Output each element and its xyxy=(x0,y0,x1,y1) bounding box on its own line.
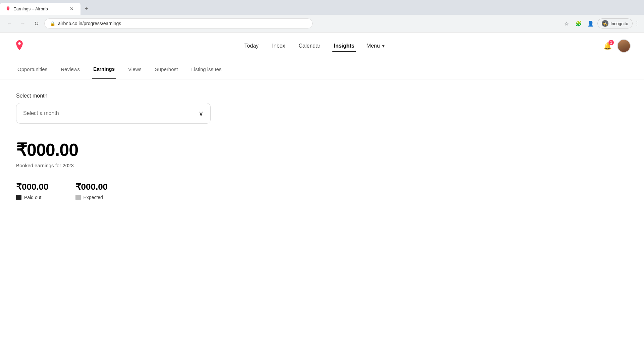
subnav-reviews[interactable]: Reviews xyxy=(59,59,81,79)
nav-calendar[interactable]: Calendar xyxy=(297,40,322,52)
select-month-section: Select month Select a month ∨ xyxy=(16,93,628,124)
airbnb-logo[interactable] xyxy=(13,39,25,53)
main-content: Select month Select a month ∨ ₹000.00 Bo… xyxy=(0,79,644,214)
month-select-placeholder: Select a month xyxy=(23,110,59,116)
forward-button[interactable]: → xyxy=(17,18,28,29)
url-text: airbnb.co.in/progress/earnings xyxy=(58,21,307,26)
bookmark-button[interactable]: ☆ xyxy=(561,18,572,29)
select-month-label: Select month xyxy=(16,93,628,99)
expected-label-row: Expected xyxy=(75,195,108,200)
month-select-dropdown[interactable]: Select a month ∨ xyxy=(16,103,211,124)
page: Today Inbox Calendar Insights Menu ▾ 🔔 1… xyxy=(0,33,644,362)
extensions-button[interactable]: 🧩 xyxy=(573,18,584,29)
incognito-indicator[interactable]: 🕵 Incognito xyxy=(597,18,633,28)
user-avatar[interactable] xyxy=(617,39,631,53)
main-nav: Today Inbox Calendar Insights Menu ▾ xyxy=(243,40,384,52)
chevron-down-icon: ∨ xyxy=(199,109,204,117)
top-nav: Today Inbox Calendar Insights Menu ▾ 🔔 1 xyxy=(0,33,644,59)
profile-button[interactable]: 👤 xyxy=(585,18,596,29)
browser-tab-bar: Earnings – Airbnb ✕ + xyxy=(0,0,644,15)
earnings-total-section: ₹000.00 Booked earnings for 2023 xyxy=(16,140,628,168)
expected-label: Expected xyxy=(84,195,103,200)
paid-out-amount: ₹000.00 xyxy=(16,182,49,192)
subnav-opportunities[interactable]: Opportunities xyxy=(16,59,49,79)
paid-out-color-indicator xyxy=(16,195,21,200)
tab-title: Earnings – Airbnb xyxy=(13,6,66,11)
tab-close-button[interactable]: ✕ xyxy=(68,5,75,12)
incognito-label: Incognito xyxy=(610,21,628,26)
total-earnings-amount: ₹000.00 xyxy=(16,140,628,160)
earnings-subtitle: Booked earnings for 2023 xyxy=(16,163,628,168)
notifications-button[interactable]: 🔔 1 xyxy=(602,41,613,51)
refresh-button[interactable]: ↻ xyxy=(31,18,42,29)
nav-right: 🔔 1 xyxy=(602,39,631,53)
browser-tab-active[interactable]: Earnings – Airbnb ✕ xyxy=(0,3,80,15)
incognito-icon: 🕵 xyxy=(602,20,608,27)
nav-menu[interactable]: Menu ▾ xyxy=(367,43,385,49)
paid-out-label-row: Paid out xyxy=(16,195,49,200)
subnav-views[interactable]: Views xyxy=(127,59,143,79)
subnav-earnings[interactable]: Earnings xyxy=(92,59,116,79)
new-tab-button[interactable]: + xyxy=(82,4,91,14)
sub-nav: Opportunities Reviews Earnings Views Sup… xyxy=(0,59,644,79)
nav-today[interactable]: Today xyxy=(243,40,260,52)
nav-inbox[interactable]: Inbox xyxy=(271,40,286,52)
browser-menu-button[interactable]: ⋮ xyxy=(634,20,640,27)
paid-out-label: Paid out xyxy=(24,195,41,200)
paid-out-item: ₹000.00 Paid out xyxy=(16,182,49,200)
back-button[interactable]: ← xyxy=(4,18,15,29)
nav-insights[interactable]: Insights xyxy=(332,40,356,52)
menu-chevron-icon: ▾ xyxy=(382,43,385,49)
subnav-superhost[interactable]: Superhost xyxy=(154,59,179,79)
menu-label: Menu xyxy=(367,43,380,49)
avatar-image xyxy=(618,40,630,52)
address-bar[interactable]: 🔒 airbnb.co.in/progress/earnings xyxy=(44,18,313,28)
notification-badge: 1 xyxy=(608,40,614,45)
subnav-listing-issues[interactable]: Listing issues xyxy=(190,59,223,79)
expected-item: ₹000.00 Expected xyxy=(75,182,108,200)
browser-nav-bar: ← → ↻ 🔒 airbnb.co.in/progress/earnings ☆… xyxy=(0,15,644,32)
browser-nav-actions: ☆ 🧩 👤 🕵 Incognito ⋮ xyxy=(561,18,640,29)
browser-chrome: Earnings – Airbnb ✕ + ← → ↻ 🔒 airbnb.co.… xyxy=(0,0,644,33)
tab-favicon xyxy=(5,6,11,11)
expected-amount: ₹000.00 xyxy=(75,182,108,192)
lock-icon: 🔒 xyxy=(50,21,55,26)
expected-color-indicator xyxy=(75,195,81,200)
earnings-breakdown: ₹000.00 Paid out ₹000.00 Expected xyxy=(16,182,628,200)
